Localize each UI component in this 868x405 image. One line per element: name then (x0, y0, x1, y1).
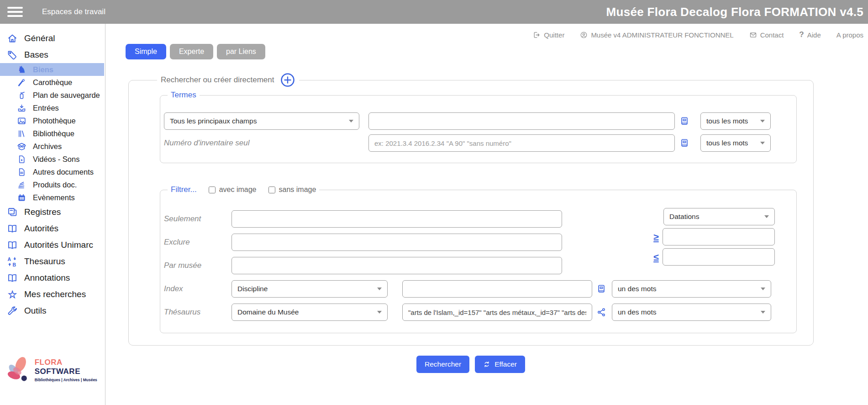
inventory-match-select[interactable]: tous les mots (700, 134, 771, 152)
hamburger-menu-icon[interactable] (7, 7, 23, 17)
svg-text:A: A (8, 256, 11, 262)
index-match-select[interactable]: un des mots (612, 280, 771, 298)
thesaurus-share-button[interactable] (596, 307, 606, 317)
tag-icon (6, 49, 18, 61)
tab-par-liens[interactable]: par Liens (217, 44, 265, 59)
sidebar-item-thesaurus[interactable]: AB Thesaurus (0, 253, 105, 270)
search-mode-tabs: Simple Experte par Liens (126, 44, 868, 59)
sidebar-item-g-n-ral[interactable]: Général (0, 30, 105, 47)
logo-name-flora: FLORA (35, 358, 62, 367)
sidebar-item-label: Plan de sauvegarde (33, 91, 100, 100)
exclude-input[interactable] (231, 234, 562, 251)
sidebar-item-label: Archives (33, 142, 62, 151)
quit-link[interactable]: Quitter (533, 31, 564, 39)
field-select[interactable]: Tous les principaux champs (164, 112, 359, 130)
date-lte-input[interactable] (663, 248, 775, 266)
sidebar-item-registres[interactable]: Registres (0, 204, 105, 220)
home-icon (6, 32, 18, 44)
sidebar-item-phototh-que[interactable]: Photothèque (0, 114, 105, 127)
question-icon: ? (799, 30, 804, 39)
index-lookup-button[interactable] (679, 116, 690, 126)
chevron-down-icon (349, 120, 353, 123)
image-icon (16, 116, 27, 126)
by-museum-label: Par musée (164, 261, 231, 270)
inventory-label: Numéro d'inventaire seul (164, 139, 359, 148)
sidebar-item-label: Bibliothèque (33, 129, 74, 138)
thesaurus-row: Thésaurus Domaine du Musée un des mots (164, 304, 796, 321)
calendar-icon (16, 192, 27, 203)
thesaurus-input[interactable] (402, 304, 592, 321)
sidebar-item-autorit-s[interactable]: Autorités (0, 220, 105, 237)
sidebar-item-vid-os-sons[interactable]: Vidéos - Sons (0, 153, 105, 165)
sidebar-item-archives[interactable]: Archives (0, 140, 105, 153)
workspace-label: Espaces de travail (42, 7, 105, 16)
index-book-button[interactable] (596, 284, 606, 294)
tab-experte[interactable]: Experte (170, 44, 213, 59)
search-panel: Rechercher ou créer directement Termes T… (128, 72, 814, 346)
without-image-checkbox[interactable] (268, 187, 275, 193)
flora-flower-icon (5, 355, 31, 385)
sidebar-item-label: Produits doc. (33, 181, 77, 189)
books-icon (16, 128, 27, 139)
sidebar-item-caroth-que[interactable]: Carothèque (0, 76, 105, 89)
thesaurus-match-select[interactable]: un des mots (612, 304, 771, 321)
only-input[interactable] (231, 210, 562, 228)
current-user[interactable]: Musée v4 ADMINISTRATEUR FONCTIONNEL (580, 31, 733, 39)
index-input[interactable] (402, 280, 592, 298)
action-buttons: Rechercher Effacer (128, 356, 813, 373)
gte-symbol[interactable]: ≥ (652, 232, 661, 242)
help-link[interactable]: ? Aide (799, 30, 821, 39)
about-link[interactable]: A propos (836, 31, 863, 39)
sidebar-item-entr-es[interactable]: Entrées (0, 101, 105, 114)
search-button[interactable]: Rechercher (416, 356, 469, 373)
book-icon (679, 138, 689, 148)
sidebar-item-label: Biens (33, 65, 53, 74)
plus-circle-icon (280, 72, 295, 88)
add-record-button[interactable] (280, 72, 295, 88)
thesaurus-field-select[interactable]: Domaine du Musée (231, 304, 388, 321)
sidebar-item-biens[interactable]: ♞ Biens (0, 63, 104, 76)
top-bar: Espaces de travail Musée Flora Decalog F… (0, 0, 868, 24)
sidebar-item-bases[interactable]: Bases (0, 47, 105, 63)
termes-legend: Termes (168, 91, 200, 100)
sidebar-nav: Général Bases ♞ Biens Carothèque Plan de… (0, 30, 105, 319)
inventory-input[interactable] (368, 134, 675, 152)
wrench-icon (6, 305, 18, 317)
chevron-down-icon (760, 120, 765, 123)
term-match-select[interactable]: tous les mots (700, 112, 771, 130)
sidebar-item-autres-documents[interactable]: Autres documents (0, 165, 105, 178)
sidebar-item-label: Photothèque (33, 117, 76, 125)
contact-link[interactable]: Contact (749, 31, 784, 39)
term-input[interactable] (368, 112, 675, 130)
sidebar-item-outils[interactable]: Outils (0, 303, 105, 319)
sidebar-item-mes-recherches[interactable]: ☆ Mes recherches (0, 286, 105, 303)
without-image-checkbox-label[interactable]: sans image (268, 186, 316, 194)
sidebar-item-ev-nements[interactable]: Evènements (0, 191, 105, 204)
sidebar-item-annotations[interactable]: Annotations (0, 270, 105, 286)
index-row: Index Discipline un des mots (164, 280, 796, 298)
index-field-select[interactable]: Discipline (231, 280, 388, 298)
sidebar-item-plan-de-sauvegarde[interactable]: Plan de sauvegarde (0, 89, 105, 101)
flora-logo: FLORA SOFTWARE Bibliothèques | Archives … (0, 355, 105, 385)
tab-simple[interactable]: Simple (126, 44, 166, 59)
inventory-lookup-button[interactable] (679, 138, 690, 148)
with-image-checkbox-label[interactable]: avec image (209, 186, 257, 194)
date-gte-input[interactable] (663, 228, 775, 245)
sidebar-item-biblioth-que[interactable]: Bibliothèque (0, 127, 105, 140)
datations-select[interactable]: Datations (663, 208, 775, 225)
by-museum-input[interactable] (231, 257, 562, 274)
with-image-checkbox[interactable] (209, 187, 216, 193)
sidebar-item-autorit-s-unimarc[interactable]: Autorités Unimarc (0, 237, 105, 253)
lte-symbol[interactable]: ≤ (652, 252, 661, 262)
clear-button[interactable]: Effacer (475, 356, 525, 373)
open-book-icon (6, 223, 18, 234)
sidebar-item-label: Evènements (33, 193, 75, 202)
sidebar-item-produits-doc-[interactable]: Produits doc. (0, 178, 105, 191)
filter-legend: Filtrer... avec image sans image (168, 185, 319, 194)
sidebar-item-label: Outils (24, 306, 47, 316)
logo-tagline: Bibliothèques | Archives | Musées (35, 378, 105, 382)
sidebar-item-label: Bases (24, 50, 48, 60)
chevron-down-icon (377, 311, 382, 314)
extinguisher-icon (16, 90, 27, 101)
papers-icon (16, 180, 27, 190)
